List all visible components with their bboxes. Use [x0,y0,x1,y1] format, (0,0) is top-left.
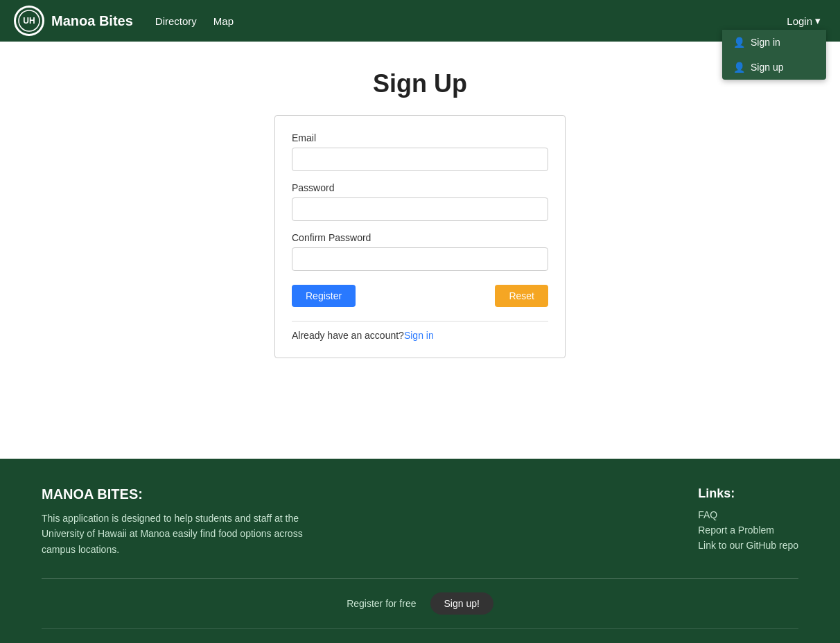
footer-brand: MANOA BITES: This application is designe… [42,486,319,557]
form-divider [292,321,548,322]
svg-text:UH: UH [23,16,35,26]
login-label: Login [787,15,812,27]
nav-directory[interactable]: Directory [150,12,202,30]
confirm-password-input[interactable] [292,247,548,271]
dropdown-signup[interactable]: 👤 Sign up [722,55,826,80]
user-icon-signup: 👤 [733,62,745,73]
dropdown-signin[interactable]: 👤 Sign in [722,30,826,55]
reset-button[interactable]: Reset [495,285,548,307]
login-dropdown: 👤 Sign in 👤 Sign up [722,30,826,80]
password-input[interactable] [292,197,548,221]
already-account-static: Already have an account? [292,330,404,341]
navbar: UH Manoa Bites Directory Map Login ▾ 👤 S… [0,0,840,42]
brand-name: Manoa Bites [51,13,133,29]
password-group: Password [292,182,548,221]
email-input[interactable] [292,148,548,171]
register-button[interactable]: Register [292,285,356,307]
form-actions: Register Reset [292,285,548,307]
page-title: Sign Up [373,69,467,98]
footer-brand-desc: This application is designed to help stu… [42,511,319,557]
confirm-password-group: Confirm Password [292,232,548,271]
login-button[interactable]: Login ▾ [781,12,826,30]
signup-form-card: Email Password Confirm Password Register… [274,115,566,358]
footer-links-title: Links: [698,486,798,501]
password-label: Password [292,182,548,193]
email-group: Email [292,132,548,171]
footer-link-github[interactable]: Link to our GitHub repo [698,540,798,551]
footer: MANOA BITES: This application is designe… [0,459,840,643]
footer-final-divider [42,628,798,629]
footer-signup-button[interactable]: Sign up! [430,592,493,615]
signin-link[interactable]: Sign in [404,330,434,341]
brand-logo: UH [14,6,44,36]
nav-links: Directory Map [150,12,781,30]
login-caret: ▾ [815,15,821,27]
footer-divider [42,578,798,579]
dropdown-signup-label: Sign up [751,62,783,73]
nav-map[interactable]: Map [208,12,239,30]
already-account-text: Already have an account?Sign in [292,330,548,341]
email-label: Email [292,132,548,143]
dropdown-signin-label: Sign in [751,37,780,48]
confirm-password-label: Confirm Password [292,232,548,243]
user-icon-signin: 👤 [733,37,745,48]
main-content: Sign Up Email Password Confirm Password … [0,42,840,459]
brand-logo-link[interactable]: UH Manoa Bites [14,6,133,36]
footer-brand-title: MANOA BITES: [42,486,319,502]
footer-links: Links: FAQ Report a Problem Link to our … [698,486,798,557]
navbar-right: Login ▾ 👤 Sign in 👤 Sign up [781,12,826,30]
footer-top: MANOA BITES: This application is designe… [42,486,798,557]
footer-link-faq[interactable]: FAQ [698,509,798,520]
footer-register-text: Register for free [347,598,416,609]
footer-bottom: Register for free Sign up! [42,592,798,615]
footer-link-report[interactable]: Report a Problem [698,525,798,536]
